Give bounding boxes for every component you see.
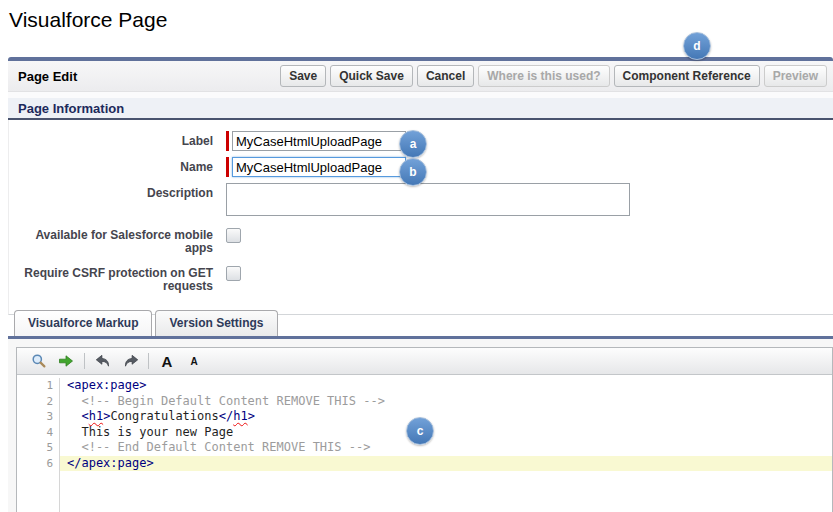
description-field-label: Description: [9, 183, 213, 216]
code-gutter-filler: [17, 471, 832, 512]
go-to-line-icon[interactable]: [57, 352, 75, 370]
required-indicator: [226, 157, 229, 177]
font-size-decrease-icon[interactable]: A: [185, 352, 203, 370]
mobile-apps-label: Available for Salesforce mobile apps: [9, 225, 213, 255]
line-number: 5: [17, 440, 60, 456]
annotation-marker-d: d: [683, 32, 711, 60]
tab-bar: Visualforce Markup Version Settings: [8, 310, 833, 336]
csrf-row: Require CSRF protection on GET requests: [9, 263, 833, 293]
annotation-marker-c: c: [406, 417, 434, 445]
mobile-apps-row: Available for Salesforce mobile apps: [9, 225, 833, 255]
name-field-label: Name: [9, 157, 213, 177]
annotation-marker-a: a: [399, 130, 427, 158]
button-toolbar: Save Quick Save Cancel Where is this use…: [280, 65, 827, 87]
description-textarea[interactable]: [226, 183, 630, 216]
toolbar-separator: [84, 353, 85, 369]
code-line-1: 1 <apex:page>: [17, 378, 832, 394]
tab-version-settings[interactable]: Version Settings: [155, 310, 277, 336]
page-edit-section: Page Edit Save Quick Save Cancel Where i…: [8, 57, 833, 315]
label-field-label: Label: [9, 131, 213, 151]
quick-save-button[interactable]: Quick Save: [330, 65, 413, 87]
page-information-header: Page Information: [8, 98, 833, 120]
code-line-2: 2 <!-- Begin Default Content REMOVE THIS…: [17, 394, 832, 410]
line-number: 1: [17, 378, 60, 394]
where-is-this-used-button: Where is this used?: [478, 65, 609, 87]
toolbar-separator: [148, 353, 149, 369]
code-line-6-highlighted: 6 </apex:page>: [17, 456, 832, 472]
mobile-apps-checkbox[interactable]: [226, 228, 241, 243]
component-reference-button[interactable]: Component Reference: [614, 65, 760, 87]
page-edit-header: Page Edit Save Quick Save Cancel Where i…: [8, 61, 833, 92]
editor-toolbar: A A: [17, 348, 832, 375]
label-input[interactable]: [232, 131, 406, 151]
save-button[interactable]: Save: [280, 65, 326, 87]
redo-icon[interactable]: [121, 352, 139, 370]
annotation-marker-b: b: [399, 158, 427, 186]
line-number: 4: [17, 425, 60, 441]
search-icon[interactable]: [30, 352, 48, 370]
page-title: Visualforce Page: [9, 8, 167, 32]
description-row: Description: [9, 183, 833, 216]
line-number: 2: [17, 394, 60, 410]
line-number: 6: [17, 456, 60, 472]
undo-icon[interactable]: [94, 352, 112, 370]
font-size-increase-icon[interactable]: A: [158, 352, 176, 370]
page-information-title: Page Information: [18, 101, 124, 116]
tab-visualforce-markup[interactable]: Visualforce Markup: [14, 310, 152, 336]
cancel-button[interactable]: Cancel: [417, 65, 474, 87]
name-input[interactable]: [232, 157, 406, 177]
required-indicator: [226, 131, 229, 151]
page-edit-title: Page Edit: [18, 69, 77, 84]
csrf-label: Require CSRF protection on GET requests: [9, 263, 213, 293]
line-number: 3: [17, 409, 60, 425]
csrf-checkbox[interactable]: [226, 266, 241, 281]
markup-tabs-block: Visualforce Markup Version Settings: [8, 310, 833, 512]
preview-button: Preview: [764, 65, 827, 87]
